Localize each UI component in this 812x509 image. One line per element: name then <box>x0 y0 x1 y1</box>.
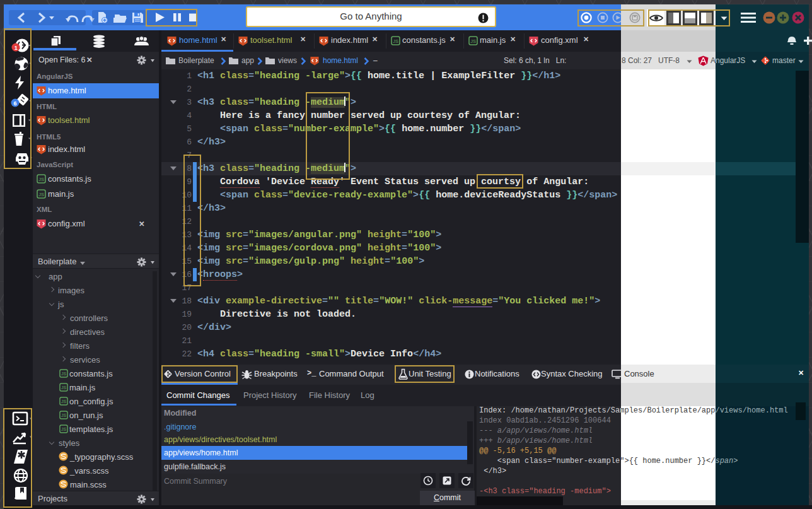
svg-text:JS: JS <box>393 38 398 44</box>
svg-text:JS: JS <box>61 385 67 390</box>
svg-text:JS: JS <box>61 372 67 376</box>
svg-text:JS: JS <box>38 177 44 182</box>
svg-text:JS: JS <box>61 413 67 418</box>
svg-text:JS: JS <box>470 38 476 44</box>
svg-text:JS: JS <box>61 427 67 431</box>
svg-text:JS: JS <box>38 192 44 197</box>
svg-text:JS: JS <box>61 399 67 404</box>
